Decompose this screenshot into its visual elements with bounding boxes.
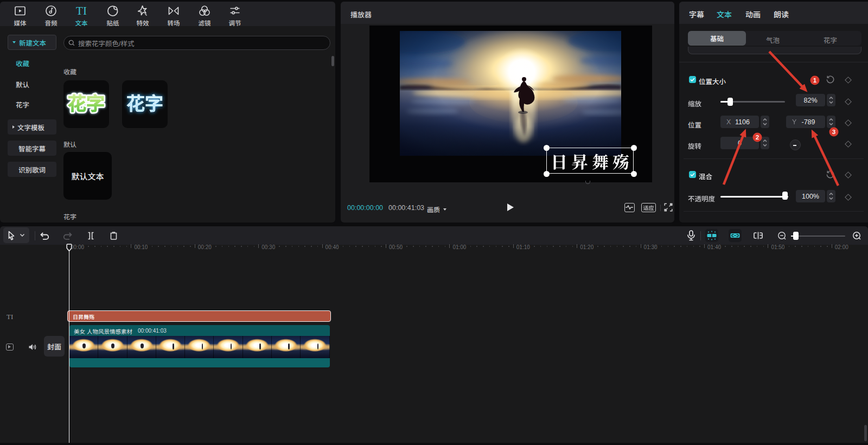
- svg-text:花字: 花字: [126, 89, 163, 116]
- svg-text:1: 1: [813, 77, 817, 84]
- svg-text:TI: TI: [76, 4, 87, 17]
- svg-text:2: 2: [756, 134, 759, 141]
- svg-text:花字: 花字: [68, 89, 105, 116]
- svg-text:3: 3: [832, 129, 835, 135]
